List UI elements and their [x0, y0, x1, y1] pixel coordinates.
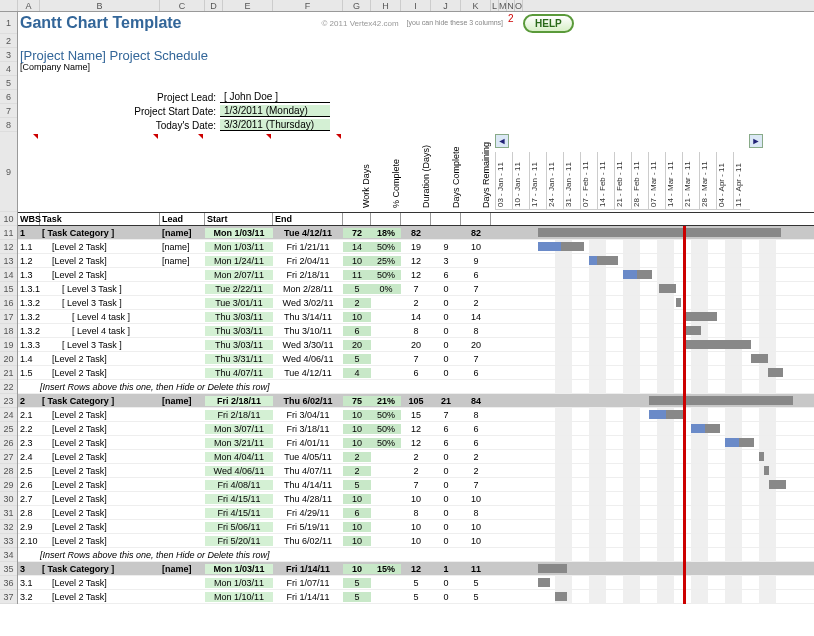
- table-row[interactable]: 2.2[Level 2 Task]Mon 3/07/11Fri 3/18/111…: [18, 422, 814, 436]
- gantt-progress-bar: [725, 438, 739, 447]
- gantt-bar: [683, 312, 717, 321]
- hide-columns-note: [you can hide these 3 columns]: [407, 19, 504, 27]
- duration-header: Duration (Days): [401, 132, 431, 212]
- table-row[interactable]: 1.1[Level 2 Task][name]Mon 1/03/11Fri 1/…: [18, 240, 814, 254]
- date-column: 04 - Apr - 11: [716, 152, 733, 210]
- column-headers: A B C D E F G H I J K L M N O: [0, 0, 814, 12]
- value-two: 2: [508, 13, 514, 24]
- gantt-progress-bar: [649, 410, 667, 419]
- date-column: 14 - Mar - 11: [665, 152, 682, 210]
- table-row[interactable]: 1.3.2[ Level 3 Task ]Tue 3/01/11Wed 3/02…: [18, 296, 814, 310]
- lead-header: Lead: [160, 213, 205, 225]
- date-column: 17 - Jan - 11: [529, 152, 546, 210]
- wbs-header: WBS: [18, 213, 40, 225]
- date-column: 21 - Feb - 11: [614, 152, 631, 210]
- gantt-bar: [659, 284, 676, 293]
- table-row[interactable]: 2.1[Level 2 Task]Fri 2/18/11Fri 3/04/111…: [18, 408, 814, 422]
- gantt-progress-bar: [623, 270, 637, 279]
- table-row[interactable]: 1.3.3[ Level 3 Task ]Thu 3/03/11Wed 3/30…: [18, 338, 814, 352]
- table-row[interactable]: 3[ Task Category ][name]Mon 1/03/11Fri 1…: [18, 562, 814, 576]
- gantt-progress-bar: [589, 256, 597, 265]
- table-row[interactable]: 3.2[Level 2 Task]Mon 1/10/11Fri 1/14/115…: [18, 590, 814, 604]
- gantt-bar: [683, 340, 751, 349]
- page-title: Gantt Chart Template: [20, 14, 182, 32]
- today-line: [683, 226, 686, 604]
- project-subtitle: [Project Name] Project Schedule: [18, 48, 814, 62]
- date-column: 28 - Mar - 11: [699, 152, 716, 210]
- project-start-value[interactable]: 1/3/2011 (Monday): [220, 105, 330, 117]
- table-header-row: WBS Task Lead Start End: [18, 212, 814, 226]
- table-row[interactable]: 2.6[Level 2 Task]Fri 4/08/11Thu 4/14/115…: [18, 478, 814, 492]
- table-row[interactable]: 1.2[Level 2 Task][name]Mon 1/24/11Fri 2/…: [18, 254, 814, 268]
- table-row[interactable]: 1[ Task Category ][name]Mon 1/03/11Tue 4…: [18, 226, 814, 240]
- table-row[interactable]: 2.7[Level 2 Task]Fri 4/15/11Thu 4/28/111…: [18, 492, 814, 506]
- table-row[interactable]: 2.5[Level 2 Task]Wed 4/06/11Thu 4/07/112…: [18, 464, 814, 478]
- gantt-bar: [555, 592, 567, 601]
- date-column: 11 - Apr - 11: [733, 152, 750, 210]
- gantt-bar: [538, 228, 781, 237]
- end-header: End: [273, 213, 343, 225]
- gantt-bar: [676, 298, 681, 307]
- scroll-right-button[interactable]: ►: [749, 134, 763, 148]
- table-row[interactable]: 2.4[Level 2 Task]Mon 4/04/11Tue 4/05/112…: [18, 450, 814, 464]
- date-column: 31 - Jan - 11: [563, 152, 580, 210]
- date-column: 07 - Mar - 11: [648, 152, 665, 210]
- copyright: © 2011 Vertex42.com: [322, 19, 399, 28]
- days-remaining-header: Days Remaining: [461, 132, 491, 212]
- date-column: 07 - Feb - 11: [580, 152, 597, 210]
- gantt-progress-bar: [538, 242, 561, 251]
- help-button[interactable]: HELP: [523, 14, 574, 33]
- date-column: 14 - Feb - 11: [597, 152, 614, 210]
- table-row[interactable]: 1.4[Level 2 Task]Thu 3/31/11Wed 4/06/115…: [18, 352, 814, 366]
- date-column: 10 - Jan - 11: [512, 152, 529, 210]
- gantt-bar: [538, 578, 550, 587]
- project-start-label: Project Start Date:: [18, 106, 220, 117]
- gantt-bar: [768, 368, 783, 377]
- table-row[interactable]: 2.9[Level 2 Task]Fri 5/06/11Fri 5/19/111…: [18, 520, 814, 534]
- today-date-value[interactable]: 3/3/2011 (Thursday): [220, 119, 330, 131]
- work-days-header: Work Days: [343, 132, 371, 212]
- date-column: 28 - Feb - 11: [631, 152, 648, 210]
- table-row[interactable]: 1.5[Level 2 Task]Thu 4/07/11Tue 4/12/114…: [18, 366, 814, 380]
- table-row[interactable]: 1.3.2.1[ Level 4 task ]Thu 3/03/11Thu 3/…: [18, 310, 814, 324]
- gantt-bar: [764, 466, 769, 475]
- date-column: 24 - Jan - 11: [546, 152, 563, 210]
- gantt-bar: [769, 480, 786, 489]
- table-row[interactable]: 2[ Task Category ][name]Fri 2/18/11Thu 6…: [18, 394, 814, 408]
- table-row[interactable]: 3.1[Level 2 Task]Mon 1/03/11Fri 1/07/115…: [18, 576, 814, 590]
- table-row[interactable]: 1.3.1[ Level 3 Task ]Tue 2/22/11Mon 2/28…: [18, 282, 814, 296]
- task-header: Task: [40, 213, 160, 225]
- date-column: 03 - Jan - 11: [495, 152, 512, 210]
- row-numbers: 1234567891011121314151617181920212223242…: [0, 12, 18, 604]
- scroll-left-button[interactable]: ◄: [495, 134, 509, 148]
- gantt-bar: [538, 564, 567, 573]
- table-row[interactable]: 1.3[Level 2 Task]Mon 2/07/11Fri 2/18/111…: [18, 268, 814, 282]
- date-column: 21 - Mar - 11: [682, 152, 699, 210]
- gantt-bar: [759, 452, 764, 461]
- table-row[interactable]: 1.3.2.2[ Level 4 task ]Thu 3/03/11Thu 3/…: [18, 324, 814, 338]
- gantt-bar: [649, 396, 794, 405]
- pct-complete-header: % Complete: [371, 132, 401, 212]
- table-row[interactable]: 2.3[Level 2 Task]Mon 3/21/11Fri 4/01/111…: [18, 436, 814, 450]
- today-date-label: Today's Date:: [18, 120, 220, 131]
- project-lead-value[interactable]: [ John Doe ]: [220, 91, 330, 103]
- table-row[interactable]: 2.8[Level 2 Task]Fri 4/15/11Fri 4/29/116…: [18, 506, 814, 520]
- days-complete-header: Days Complete: [431, 132, 461, 212]
- start-header: Start: [205, 213, 273, 225]
- gantt-progress-bar: [691, 424, 705, 433]
- gantt-bar: [751, 354, 768, 363]
- company-name: [Company Name]: [18, 62, 814, 76]
- table-row[interactable]: 2.10[Level 2 Task]Fri 5/20/11Thu 6/02/11…: [18, 534, 814, 548]
- project-lead-label: Project Lead:: [18, 92, 220, 103]
